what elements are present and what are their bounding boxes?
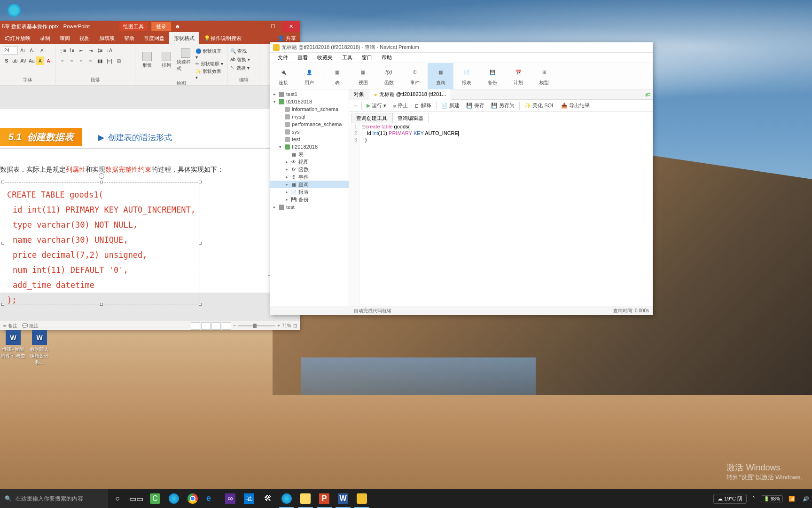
- tab-review[interactable]: 审阅: [55, 32, 75, 44]
- font-color-button[interactable]: A: [45, 56, 52, 65]
- resize-handle-bl[interactable]: [1, 303, 4, 306]
- taskbar-edge2[interactable]: [277, 489, 296, 508]
- taskbar-edge[interactable]: [164, 489, 183, 508]
- taskbar-vs[interactable]: ∞: [221, 489, 240, 508]
- rotate-handle[interactable]: [99, 173, 104, 179]
- menu-view[interactable]: 查看: [293, 54, 312, 61]
- notes-button[interactable]: ≐ 备注: [3, 323, 17, 329]
- desktop-icon-word1[interactable]: W 性课+智能 附件5: 考查: [1, 330, 25, 359]
- minimize-button[interactable]: —: [246, 21, 264, 32]
- clear-format-button[interactable]: A̸: [38, 46, 46, 55]
- taskbar-word[interactable]: W: [334, 489, 352, 508]
- line-spacing-button[interactable]: ‡≡: [96, 46, 104, 55]
- ppt-slide-area[interactable]: 5.1 创建数据表 ▶创建表的语法形式 数据表，实际上是规定列属性和实现数据完整…: [0, 86, 300, 321]
- resize-handle-tr[interactable]: [199, 181, 202, 183]
- tray-chevron[interactable]: ˄: [750, 496, 757, 502]
- beautify-button[interactable]: ✨ 美化 SQL: [522, 101, 557, 111]
- reading-view-button[interactable]: [211, 322, 221, 330]
- tool-backup[interactable]: 💾备份: [479, 63, 505, 89]
- tree-database[interactable]: test: [270, 135, 349, 143]
- align-left-button[interactable]: ≡: [58, 56, 67, 65]
- saveas-button[interactable]: 💾 另存为: [488, 101, 517, 111]
- highlight-button[interactable]: A: [36, 56, 44, 65]
- taskbar-explorer[interactable]: [296, 489, 315, 508]
- align-text-button[interactable]: [≡]: [105, 56, 114, 65]
- normal-view-button[interactable]: [191, 322, 200, 330]
- tree-queries[interactable]: ▸▦查询: [270, 181, 349, 188]
- find-button[interactable]: 🔍 查找: [230, 48, 257, 55]
- text-direction-button[interactable]: ↕A: [105, 46, 114, 55]
- resize-handle-br[interactable]: [199, 303, 202, 306]
- tree-database[interactable]: sys: [270, 128, 349, 135]
- taskbar-tools[interactable]: 🛠: [258, 489, 277, 508]
- arrange-button[interactable]: 排列: [157, 46, 176, 74]
- resize-handle-bc[interactable]: [100, 303, 103, 306]
- battery-status[interactable]: 🔋 98%: [761, 495, 783, 502]
- menu-favorites[interactable]: 收藏夹: [312, 54, 337, 61]
- bullets-button[interactable]: ⋮≡: [58, 46, 67, 55]
- tab-addins[interactable]: 加载项: [94, 32, 119, 44]
- select-button[interactable]: ↖ 选择 ▾: [230, 65, 257, 71]
- replace-button[interactable]: ab 替换 ▾: [230, 56, 257, 63]
- tool-report[interactable]: 📄报表: [453, 63, 479, 89]
- tool-event[interactable]: ⏱事件: [402, 63, 428, 89]
- zoom-level[interactable]: 71%: [282, 323, 291, 328]
- tree-connection[interactable]: ▸test: [270, 203, 349, 211]
- font-size-input[interactable]: 24: [3, 46, 18, 55]
- resize-handle-tl[interactable]: [1, 181, 4, 183]
- tab-baidu[interactable]: 百度网盘: [139, 32, 169, 44]
- bold-button[interactable]: S: [3, 56, 10, 65]
- grow-font-button[interactable]: A↑: [19, 46, 27, 55]
- export-button[interactable]: 📤 导出结果: [558, 101, 593, 111]
- tab-record[interactable]: 录制: [35, 32, 55, 44]
- resize-handle-ml[interactable]: [1, 242, 4, 245]
- tool-model[interactable]: ⊞模型: [531, 63, 557, 89]
- code-area[interactable]: ⊟create table goods( id int(11) PRIMARY …: [359, 123, 653, 306]
- ppt-titlebar[interactable]: 5章 数据表基本操作.pptx - PowerPoint 绘图工具 登录 ☻ —…: [0, 21, 300, 32]
- tool-schedule[interactable]: 📅计划: [505, 63, 531, 89]
- tool-view[interactable]: ▦视图: [350, 63, 376, 89]
- tab-view[interactable]: 视图: [75, 32, 94, 44]
- tab-objects[interactable]: 对象: [349, 89, 369, 100]
- run-button[interactable]: ▶运行 ▾: [364, 101, 389, 111]
- strike-button[interactable]: ab: [11, 56, 19, 65]
- zoom-thumb[interactable]: [253, 324, 257, 328]
- weather-widget[interactable]: ☁ 19°C 阴: [713, 494, 747, 504]
- taskbar-navicat[interactable]: [352, 489, 371, 508]
- taskbar-search[interactable]: 🔍 在这里输入你要搜索的内容: [0, 489, 108, 508]
- resize-handle-mr[interactable]: [199, 242, 202, 245]
- tree-connection[interactable]: ▸test1: [270, 90, 349, 98]
- subtab-builder[interactable]: 查询创建工具: [351, 113, 392, 123]
- tree-functions[interactable]: ▸fx函数: [270, 166, 349, 173]
- indent-dec-button[interactable]: ⇤: [77, 46, 86, 55]
- tool-query[interactable]: ▦查询: [428, 63, 453, 89]
- smartart-button[interactable]: ⊞: [115, 56, 123, 65]
- subtab-editor[interactable]: 查询编辑器: [392, 113, 429, 123]
- cortana-button[interactable]: ○: [108, 489, 127, 508]
- resize-handle-tc[interactable]: [100, 181, 103, 183]
- taskbar-ie[interactable]: e: [202, 489, 221, 508]
- align-right-button[interactable]: ≡: [77, 56, 86, 65]
- tree-views[interactable]: ▸👁视图: [270, 158, 349, 166]
- connection-tree[interactable]: ▸test1 ▾tf20182018 information_schema my…: [270, 89, 349, 306]
- tree-database[interactable]: performance_schema: [270, 120, 349, 128]
- case-button[interactable]: Aa: [28, 56, 35, 65]
- tree-connection[interactable]: ▾tf20182018: [270, 98, 349, 105]
- tool-function[interactable]: f(x)函数: [376, 63, 402, 89]
- comments-button[interactable]: 💬 批注: [22, 323, 39, 329]
- numbering-button[interactable]: 1≡: [68, 46, 76, 55]
- task-view-button[interactable]: ▭▭: [127, 489, 146, 508]
- tab-slideshow[interactable]: 幻灯片放映: [0, 32, 35, 44]
- tree-backups[interactable]: ▸💾备份: [270, 196, 349, 203]
- toolbar-menu-button[interactable]: ≡: [351, 101, 359, 111]
- indent-inc-button[interactable]: ⇥: [86, 46, 95, 55]
- slide-textbox-selected[interactable]: CREATE TABLE goods1( id int(11) PRIMARY …: [3, 182, 200, 304]
- zoom-slider[interactable]: [238, 325, 275, 326]
- tool-table[interactable]: ▦表: [324, 63, 350, 89]
- maximize-button[interactable]: ☐: [264, 21, 282, 32]
- sql-editor[interactable]: 123 ⊟create table goods( id int(11) PRIM…: [349, 123, 653, 306]
- tab-shape-format[interactable]: 形状格式: [169, 32, 199, 44]
- columns-button[interactable]: ▮▮: [96, 56, 104, 65]
- taskbar-chrome[interactable]: [183, 489, 202, 508]
- tree-events[interactable]: ▸⏱事件: [270, 173, 349, 181]
